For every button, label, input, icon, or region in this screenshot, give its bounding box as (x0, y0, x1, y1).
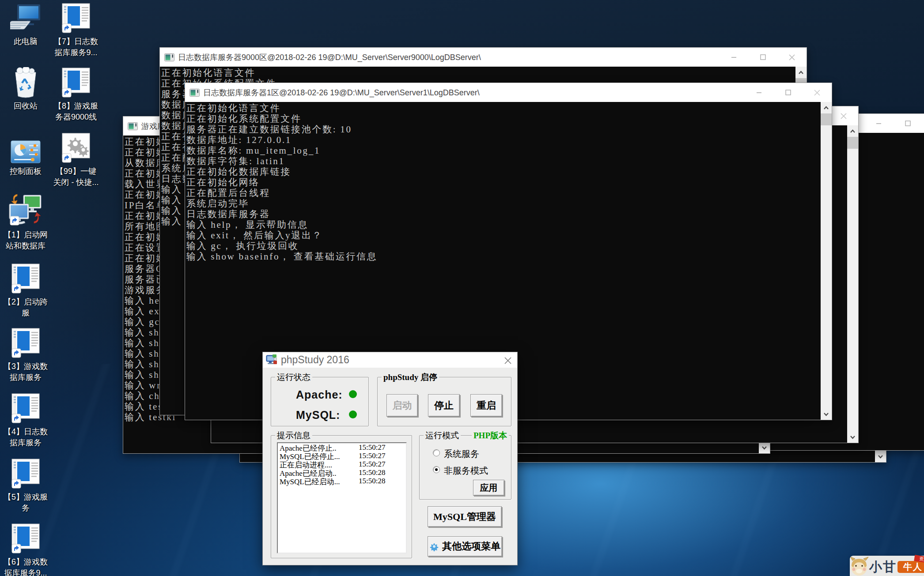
app-shortcut-icon (3, 328, 49, 358)
console-line: 数据库地址: 127.0.0.1 (186, 135, 820, 145)
startstop-label: phpStudy 启停 (382, 373, 439, 382)
message-row[interactable]: Apache已经启动.. 15:50:28 (278, 468, 406, 477)
mysql-manager-button[interactable]: MySQL管理器 (428, 506, 502, 527)
window-title: 日志数据库服务器1区@2018-02-26 19@D:\MU_Server\Se… (203, 87, 744, 98)
maximize-button[interactable] (773, 83, 803, 102)
console-app-icon (128, 122, 138, 130)
phpstudy-close-button[interactable] (504, 357, 512, 365)
cow-mascot-icon (850, 556, 869, 576)
startstop-group: phpStudy 启停 启动 停止 重启 (377, 377, 511, 426)
app-shortcut-icon (3, 523, 49, 554)
console-line: 输入 gc， 执行垃圾回收 (186, 241, 820, 251)
desktop-icon-label: 【7】日志数 据库服务9... (53, 36, 99, 58)
console-line: 输入 help， 显示帮助信息 (186, 219, 820, 230)
close-button[interactable] (829, 106, 858, 125)
log9000-titlebar[interactable]: 日志数据库服务器9000区@2018-02-26 19@D:\MU_Server… (160, 48, 807, 67)
console-output: 正在初始化语言文件 正在初始化系统配置文件 服务器正在建立数据链接池个数: 10… (186, 103, 820, 262)
start-button[interactable]: 启动 (386, 394, 418, 417)
desktop-icon-label: 【4】日志数 据库服务 (3, 426, 49, 448)
php-version-label[interactable]: PHP版本 (472, 431, 509, 440)
runmode-label: 运行模式 (424, 431, 461, 440)
desktop-icon-label: 【99】一键 关闭 - 快捷... (53, 166, 99, 188)
scroll-down-button[interactable] (821, 408, 832, 420)
desktop-icon-control-panel[interactable]: 控制面板 (3, 132, 49, 177)
log1-titlebar[interactable]: 日志数据库服务器1区@2018-02-26 19@D:\MU_Server\Se… (185, 83, 832, 102)
phpstudy-titlebar[interactable]: phpStudy 2016 (263, 352, 517, 368)
message-row[interactable]: 正在启动进程.... 15:50:27 (278, 460, 406, 468)
phpstudy-title: phpStudy 2016 (281, 354, 349, 366)
console-line: 服务器正在建立数据链接池个数: 10 (186, 124, 820, 135)
run-status-group: 运行状态 Apache: MySQL: (271, 377, 369, 426)
console-app-icon (189, 89, 200, 97)
message-time: 15:50:27 (359, 452, 385, 460)
message-text: MySQL已经启动... (280, 477, 340, 487)
desktop-icon-one-key-close[interactable]: 【99】一键 关闭 - 快捷... (53, 132, 99, 188)
scroll-down-button[interactable] (875, 451, 886, 462)
scroll-down-button[interactable] (847, 431, 858, 443)
restart-button[interactable]: 重启 (470, 394, 502, 417)
close-button[interactable] (803, 83, 832, 102)
console-line: 正在初始化数据库链接 (186, 166, 820, 177)
watermark-name: 小甘 (869, 558, 897, 576)
console-line: 数据库名称: mu_item_log_1 (186, 145, 820, 156)
control-panel-icon (3, 132, 49, 163)
message-row[interactable]: MySQL已经启动... 15:50:28 (278, 477, 406, 485)
recycle-bin-icon (3, 67, 49, 98)
console-line: 正在配置后台线程 (186, 188, 820, 198)
runmode-group: 运行模式 PHP版本 系统服务 非服务模式 应用 (419, 435, 511, 500)
desktop-icon-log-db[interactable]: 【4】日志数 据库服务 (3, 393, 49, 448)
desktop-icon-label: 【3】游戏数 据库服务 (3, 361, 49, 383)
non-service-label: 非服务模式 (444, 465, 488, 477)
messages-listbox[interactable]: Apache已经停止.. 15:50:27 MySQL已经停止... 15:50… (277, 442, 407, 553)
desktop-icon-game-db-9000[interactable]: 【6】游戏数 据库服务9... (3, 523, 49, 576)
messages-label: 提示信息 (275, 431, 312, 440)
desktop-icon-label: 【6】游戏数 据库服务9... (3, 557, 49, 576)
scroll-thumb[interactable] (821, 113, 832, 125)
desktop-icon-start-cross[interactable]: 【2】启动跨 服 (3, 263, 49, 319)
desktop-icon-start-web-db[interactable]: 【1】启动网 站和数据库 (3, 196, 49, 252)
stop-button[interactable]: 停止 (428, 394, 460, 417)
app-shortcut-icon (53, 67, 99, 98)
messages-group: 提示信息 Apache已经停止.. 15:50:27 MySQL已经停止... … (271, 435, 412, 558)
apache-status-name: Apache: (296, 388, 343, 401)
other-options-button[interactable]: 其他选项菜单 (428, 536, 502, 557)
desktop-icon-game-9000-line[interactable]: 【8】游戏服 务器9000线 (53, 67, 99, 123)
message-time: 15:50:27 (359, 460, 385, 469)
desktop-icon-label: 【5】游戏服 务 (3, 492, 49, 514)
log1-scrollbar[interactable] (821, 102, 832, 420)
desktop-icon-recycle-bin[interactable]: 回收站 (3, 67, 49, 112)
message-row[interactable]: MySQL已经停止... 15:50:27 (278, 452, 406, 460)
minimize-button[interactable] (864, 114, 893, 133)
apply-button[interactable]: 应用 (473, 480, 504, 496)
scroll-up-button[interactable] (821, 102, 832, 113)
desktop-icon-log-db-9000[interactable]: 【7】日志数 据库服务9... (53, 3, 99, 58)
non-service-radio[interactable] (433, 466, 440, 473)
window-title: 日志数据库服务器9000区@2018-02-26 19@D:\MU_Server… (178, 52, 719, 63)
scroll-down-button[interactable] (759, 442, 770, 453)
minimize-button[interactable] (744, 83, 773, 102)
maximize-button[interactable] (748, 48, 777, 67)
console-line: 输入 show baseinfo， 查看基础运行信息 (186, 251, 820, 262)
app-shortcut-icon (3, 263, 49, 294)
close-button[interactable] (922, 114, 924, 133)
mysql-status-dot (349, 410, 357, 418)
minimize-button[interactable] (719, 48, 748, 67)
console-4-scrollbar[interactable] (847, 125, 858, 443)
desktop-icon-game-service[interactable]: 【5】游戏服 务 (3, 458, 49, 514)
maximize-button[interactable] (893, 114, 922, 133)
scroll-up-button[interactable] (795, 67, 807, 78)
phpstudy-app-icon (265, 354, 277, 366)
console-line: 正在初始化语言文件 (186, 103, 820, 113)
message-row[interactable]: Apache已经停止.. 15:50:27 (278, 443, 406, 452)
desktop-icon-this-pc[interactable]: 此电脑 (3, 3, 49, 47)
app-shortcut-icon (3, 458, 49, 489)
desktop-icon-game-db[interactable]: 【3】游戏数 据库服务 (3, 328, 49, 383)
watermark: 小甘 牛人 资源网 (850, 556, 924, 576)
scroll-thumb[interactable] (847, 137, 858, 149)
console-line: 正在初始化网络 (186, 177, 820, 188)
system-service-radio[interactable] (433, 449, 440, 456)
phpstudy-window: phpStudy 2016 运行状态 Apache: MySQL: phpStu… (262, 352, 518, 565)
close-button[interactable] (777, 48, 807, 67)
scroll-up-button[interactable] (847, 125, 858, 137)
desktop-icon-label: 【1】启动网 站和数据库 (3, 230, 49, 252)
